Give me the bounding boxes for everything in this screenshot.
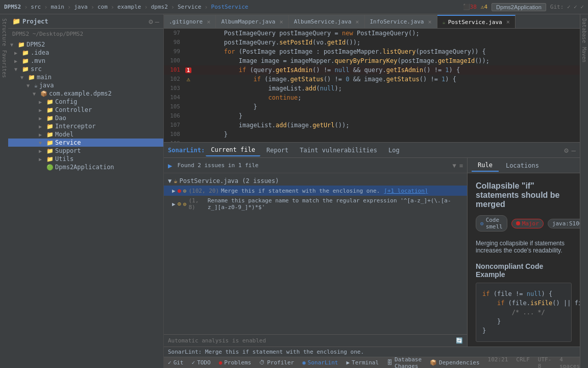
git-status[interactable]: ✓ Git [168, 359, 184, 366]
sonarlint-status[interactable]: ◉ SonarLint [302, 359, 338, 366]
close-icon[interactable]: × [207, 18, 210, 26]
tree-item-mvn[interactable]: ▶ 📁 .mvn [8, 57, 163, 65]
filter-icon[interactable]: ▼ [453, 162, 456, 169]
tab-report[interactable]: Report [261, 145, 293, 156]
tab-postservice[interactable]: ☕ PostService.java × [437, 15, 516, 28]
tree-item-java[interactable]: ▼ ☕ java [8, 81, 163, 89]
tab-log[interactable]: Log [383, 145, 405, 156]
nav-com[interactable]: com [97, 4, 108, 10]
issue-item-2[interactable]: ▶ ⊙ ⊙ (1, 8) Rename this package name to… [164, 196, 467, 212]
gutter-103 [184, 84, 192, 93]
sonarlint-toolbar: ▶ Found 2 issues in 1 file ▼ ≡ [164, 158, 467, 173]
profiler-status[interactable]: ⏱ Profiler [259, 359, 294, 366]
warn-icon: ⊙ [178, 200, 181, 208]
nav-postservice[interactable]: PostService [211, 4, 249, 10]
tab-albummapper[interactable]: AlbumMapper.java × [216, 15, 288, 28]
nav-main[interactable]: main [51, 4, 64, 10]
close-icon[interactable]: × [355, 18, 359, 26]
database-icon[interactable]: Database [581, 18, 587, 43]
tree-label: java [39, 82, 54, 89]
todo-status[interactable]: ✓ TODO [192, 359, 211, 366]
code-smell-badge: ⊙ Code smell [476, 215, 507, 232]
tab-gitignore[interactable]: .gitignore × [164, 15, 216, 28]
encoding: UTF-8 [538, 356, 552, 369]
structure-icon[interactable]: Structure [2, 18, 7, 46]
nav-example[interactable]: example [117, 4, 141, 10]
project-path: DPMS2 ~/Desktop/DPMS2 [8, 29, 163, 39]
play-icon[interactable]: ▶ [168, 162, 172, 170]
badge-smell-icon: ⊙ [480, 220, 484, 227]
bottom-tabs: SonarLint: Current file Report Taint vul… [164, 143, 580, 158]
tree-item-package[interactable]: ▼ 📦 com.example.dpms2 [8, 89, 163, 98]
major-badge: Major [511, 219, 544, 228]
rule-tab-rule[interactable]: Rule [472, 159, 499, 172]
tree-label: Utils [55, 155, 74, 163]
tree-item-src[interactable]: ▼ 📁 src [8, 65, 163, 73]
tab-label: AlbumService.java [294, 18, 352, 25]
tree-item-interceptor[interactable]: ▶ 📁 Interceptor [8, 122, 163, 130]
issue-item-1[interactable]: ▶ ● ⊙ (102, 20) Merge this if statement … [164, 186, 467, 196]
tree-item-model[interactable]: ▶ 📁 Model [8, 130, 163, 139]
code-editor[interactable]: 97 PostImageQuery postImageQuery = new P… [164, 29, 580, 142]
nav-java[interactable]: java [74, 4, 88, 10]
noncompliant-title: Noncompliant Code Example [476, 262, 572, 279]
tree-item-support[interactable]: ▶ 📁 Support [8, 147, 163, 155]
folder-icon: 📁 [46, 148, 54, 154]
tree-label: main [37, 74, 52, 81]
tree-item-utils[interactable]: ▶ 📁 Utils [8, 155, 163, 163]
tree-label: Model [55, 131, 74, 138]
collapse-icon[interactable]: — [155, 17, 159, 26]
tree-item-main[interactable]: ▼ 📁 main [8, 73, 163, 81]
rule-tab-locations[interactable]: Locations [500, 160, 545, 171]
project-header-icons: ⚙ — [149, 17, 159, 26]
tab-current-file[interactable]: Current file [206, 144, 260, 156]
tree-item-dpms2[interactable]: ▼ 📁 DPMS2 [8, 40, 163, 49]
db-icon: 🗄 [387, 359, 393, 366]
issue-group: ▼ ☕ PostService.java (2 issues) ▶ ● ⊙ (1… [164, 175, 467, 213]
app-btn[interactable]: Dpms2Application [492, 3, 546, 11]
terminal-label: Terminal [352, 359, 379, 366]
arrow-icon: ▶ [39, 107, 45, 113]
top-bar-right: ⬛38 ⚠4 Dpms2Application Git: ✓ ✓ ✓ [463, 3, 584, 11]
sl-settings-icon[interactable]: 🔄 [456, 337, 463, 344]
noncompliant-code: if (file != null) { if (file.isFile() ||… [476, 283, 572, 342]
tree-item-idea[interactable]: ▶ 📁 .idea [8, 49, 163, 57]
nav-src[interactable]: src [31, 4, 41, 10]
db-status[interactable]: 🗄 Database Changes [387, 356, 422, 369]
nav-dpms2[interactable]: dpms2 [151, 4, 168, 10]
issue-link[interactable]: [+1 location] [384, 188, 428, 194]
status-bar: ✓ Git ✓ TODO ● Problems ⏱ Profiler ◉ Son… [164, 357, 580, 368]
tab-albumservice[interactable]: AlbumService.java × [289, 15, 365, 28]
tree-item-app[interactable]: 🟢 Dpms2Application [8, 163, 163, 171]
problems-status[interactable]: ● Problems [219, 359, 252, 366]
cog-icon[interactable]: ⚙ [149, 17, 153, 26]
tree-item-service[interactable]: ▼ 📁 Service [8, 139, 163, 147]
rule-panel-tabs: Rule Locations [468, 158, 580, 173]
collapse-all-icon[interactable]: ≡ [459, 162, 463, 169]
nav-service[interactable]: Service [178, 4, 201, 10]
dependencies-status[interactable]: 📦 Dependencies [430, 359, 479, 366]
tree-item-controller[interactable]: ▶ 📁 Controller [8, 106, 163, 114]
code-line-100: 100 Image image = imageMapper.queryByPri… [164, 56, 580, 65]
issue-location: (102, 20) [188, 188, 219, 194]
code-line-105: 105 } [164, 102, 580, 111]
folder-icon: 📁 [22, 66, 29, 73]
tree-item-config[interactable]: ▶ 📁 Config [8, 98, 163, 106]
java-dot: ☕ [443, 19, 446, 25]
folder-icon: 📁 [46, 123, 54, 130]
tab-infoservice[interactable]: InfoService.java × [365, 15, 437, 28]
close-icon[interactable]: × [279, 18, 283, 26]
close-panel-icon[interactable]: — [572, 146, 576, 154]
tab-taint[interactable]: Taint vulnerabilities [295, 145, 382, 156]
arrow-icon: ▶ [14, 58, 20, 64]
close-icon[interactable]: × [428, 18, 431, 26]
favorites-icon[interactable]: Favorites [2, 50, 7, 78]
issue-text: Rename this package name to match the re… [208, 197, 459, 211]
issue-file-header[interactable]: ▼ ☕ PostService.java (2 issues) [164, 176, 467, 186]
terminal-status[interactable]: ▶ Terminal [346, 359, 379, 366]
tree-item-dao[interactable]: ▶ 📁 Dao [8, 114, 163, 122]
maven-icon[interactable]: Maven [581, 47, 587, 62]
close-icon[interactable]: × [506, 18, 510, 26]
settings-icon[interactable]: ⚙ [564, 146, 568, 154]
sonarlint-status-label: SonarLint [308, 359, 338, 366]
